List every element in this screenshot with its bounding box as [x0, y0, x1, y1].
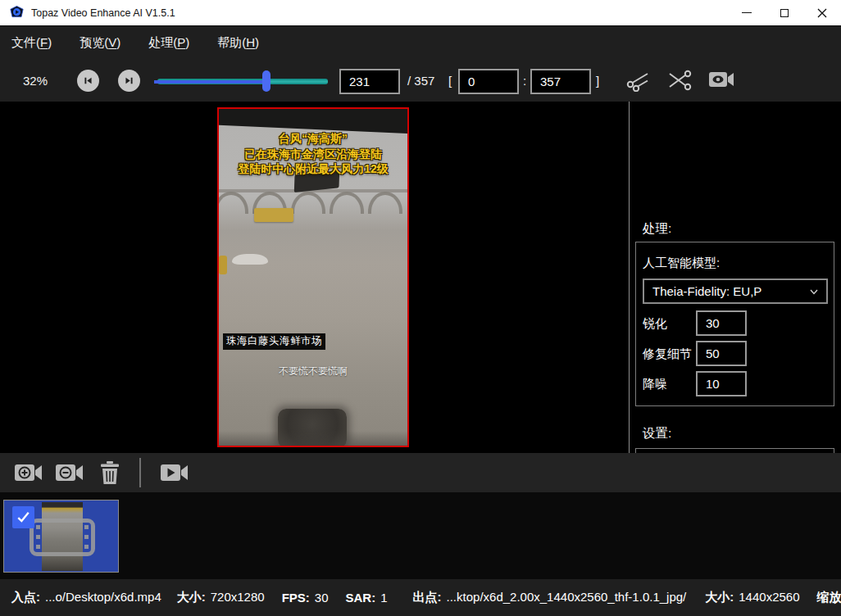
frame-slider-progress — [154, 80, 266, 84]
cut-trim-icon — [628, 74, 648, 91]
menu-process[interactable]: 处理(P) — [148, 35, 189, 51]
denoise-input[interactable] — [696, 371, 747, 396]
menubar: 文件(F) 预览(V) 处理(P) 帮助(H) — [0, 26, 287, 59]
status-in-size: 大小:720x1280 — [177, 590, 265, 605]
maximize-icon — [780, 9, 789, 17]
app-chrome: 文件(F) 预览(V) 处理(P) 帮助(H) 32% / 357 [ : — [0, 26, 841, 102]
skip-to-end-icon — [123, 75, 135, 87]
status-bar: 入点:...o/Desktop/x6d.mp4 大小:720x1280 FPS:… — [0, 579, 841, 616]
status-scale: 缩放:200% — [817, 590, 841, 605]
toolbar-divider — [139, 458, 141, 487]
add-video-icon — [15, 464, 42, 481]
video-preview[interactable]: 台风“海高斯” 已在珠海市金湾区沿海登陆 登陆时中心附近最大风力12级 珠海白藤… — [217, 107, 409, 447]
settings-heading: 设置: — [643, 425, 671, 442]
video-yellow-debris — [219, 256, 227, 274]
video-submerged-car — [232, 254, 268, 265]
total-frames-label: / 357 — [407, 74, 434, 88]
minimize-icon — [742, 12, 752, 13]
denoise-label: 降噪 — [643, 377, 667, 392]
split-trim-button[interactable] — [666, 69, 693, 95]
titlebar: Topaz Video Enhance AI V1.5.1 — [0, 0, 841, 26]
video-location-tag: 珠海白藤头海鲜市场 — [223, 333, 325, 350]
thumbnail-checkbox[interactable] — [12, 506, 34, 528]
minimize-button[interactable] — [728, 0, 766, 25]
status-out-file: 出点:...ktop/x6d_2.00x_1440x2560_thf-1.0.1… — [413, 590, 687, 605]
trim-start-input[interactable] — [458, 69, 519, 94]
preview-camera-icon — [709, 72, 734, 87]
ai-model-label: 人工智能模型: — [643, 256, 720, 271]
skip-to-start-button[interactable] — [77, 70, 99, 92]
process-video-icon — [161, 464, 188, 481]
ai-model-dropdown[interactable]: Theia-Fidelity: EU,P — [643, 279, 828, 304]
current-frame-input[interactable] — [339, 69, 400, 94]
maximize-button[interactable] — [766, 0, 803, 25]
preview-button[interactable] — [707, 69, 735, 93]
zoom-level-label: 32% — [23, 74, 48, 88]
delete-icon — [101, 461, 119, 484]
skip-to-start-icon — [82, 75, 94, 87]
status-sar: SAR:1 — [346, 591, 388, 605]
checkbox-check-icon — [16, 511, 30, 523]
restore-detail-label: 修复细节 — [643, 346, 692, 362]
main-area: 台风“海高斯” 已在珠海市金湾区沿海登陆 登陆时中心附近最大风力12级 珠海白藤… — [0, 102, 841, 453]
add-video-button[interactable] — [13, 460, 43, 488]
skip-to-end-button[interactable] — [118, 70, 140, 92]
crop-overlay-icon — [30, 519, 95, 556]
split-trim-icon — [670, 71, 690, 89]
process-video-button[interactable] — [159, 460, 189, 488]
status-out-size: 大小:1440x2560 — [705, 590, 799, 605]
chevron-down-icon — [808, 286, 820, 297]
status-in-file: 入点:...o/Desktop/x6d.mp4 — [11, 590, 161, 605]
frame-slider-handle[interactable] — [262, 70, 270, 92]
process-heading: 处理: — [643, 220, 671, 238]
trim-colon: : — [523, 74, 526, 88]
video-bridge-arches — [217, 192, 409, 215]
remove-video-button[interactable] — [54, 460, 84, 488]
thumbnail-strip — [0, 492, 841, 579]
menu-preview[interactable]: 预览(V) — [80, 35, 120, 51]
video-thumbnail-item[interactable] — [3, 500, 119, 573]
restore-detail-input[interactable] — [696, 341, 747, 366]
bottom-toolbar — [0, 453, 841, 492]
close-icon — [817, 8, 827, 18]
trim-end-input[interactable] — [530, 69, 591, 94]
frame-slider[interactable] — [157, 70, 328, 92]
window-title: Topaz Video Enhance AI V1.5.1 — [31, 7, 175, 19]
menu-file[interactable]: 文件(F) — [11, 35, 52, 51]
video-yellow-truck — [254, 208, 293, 222]
toolbar: 32% / 357 [ : ] — [0, 59, 841, 102]
close-button[interactable] — [803, 0, 841, 25]
video-subtitle: 不要慌不要慌啊 — [219, 365, 407, 378]
video-overlay-title: 台风“海高斯” 已在珠海市金湾区沿海登陆 登陆时中心附近最大风力12级 — [219, 131, 407, 177]
video-bottom-shadow — [219, 431, 407, 446]
cut-trim-button[interactable] — [625, 69, 652, 95]
delete-video-button[interactable] — [98, 460, 121, 488]
ai-model-value: Theia-Fidelity: EU,P — [652, 284, 761, 298]
sharpen-label: 锐化 — [643, 316, 667, 332]
sharpen-input[interactable] — [696, 310, 747, 336]
menu-help[interactable]: 帮助(H) — [217, 35, 259, 51]
panel-divider — [629, 102, 630, 453]
trim-bracket-close: ] — [596, 74, 599, 88]
status-fps: FPS:30 — [282, 591, 329, 605]
remove-video-icon — [56, 464, 83, 481]
trim-bracket-open: [ — [448, 74, 452, 88]
app-logo-icon — [10, 6, 24, 20]
